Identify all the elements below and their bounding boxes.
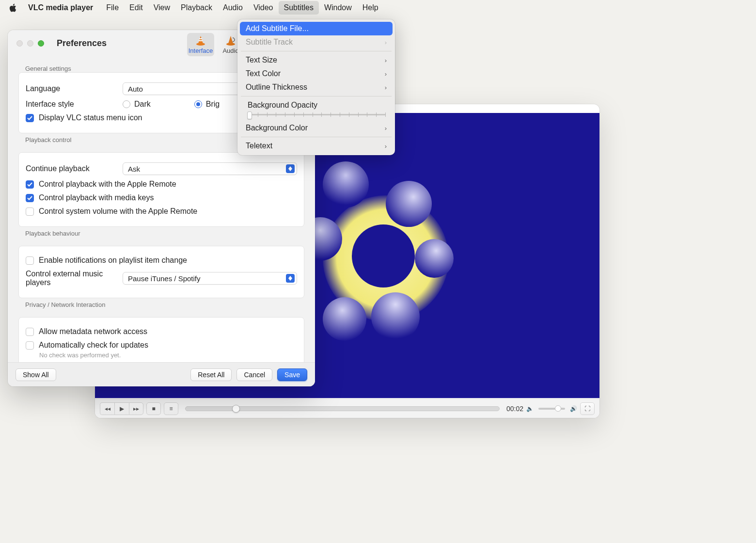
menu-text-color[interactable]: Text Color› [240, 67, 393, 80]
menu-edit[interactable]: Edit [124, 1, 148, 15]
audio-tab-icon [224, 35, 237, 46]
menu-separator [241, 96, 392, 96]
volume-high-icon: 🔊 [570, 405, 577, 412]
background-opacity-label: Background Opacity [246, 101, 387, 110]
menu-outline-thickness[interactable]: Outline Thickness› [240, 80, 393, 94]
menu-text-size[interactable]: Text Size› [240, 53, 393, 67]
menu-separator [241, 51, 392, 51]
chevron-right-icon: › [385, 57, 387, 64]
system-menubar: VLC media player File Edit View Playback… [0, 0, 756, 16]
checkbox-updates-label: Automatically check for updates [39, 341, 148, 350]
menu-subtitles[interactable]: Subtitles [279, 1, 319, 15]
checkbox-apple-remote-label: Control playback with the Apple Remote [39, 180, 176, 189]
section-playback-control: Continue playback Ask Control playback w… [18, 152, 304, 227]
update-hint: No check was performed yet. [39, 351, 297, 359]
menu-teletext[interactable]: Teletext› [240, 139, 393, 153]
external-players-value: Pause iTunes / Spotify [128, 274, 201, 283]
svg-point-3 [226, 43, 235, 46]
menu-subtitle-track[interactable]: Subtitle Track› [240, 35, 393, 49]
apple-logo-icon [9, 3, 17, 12]
playlist-button[interactable]: ≡ [164, 402, 178, 415]
prefs-title: Preferences [57, 38, 107, 48]
tab-label: Interface [188, 47, 213, 54]
volume-knob[interactable] [555, 405, 561, 412]
checkbox-status-icon[interactable] [26, 114, 34, 122]
reset-all-button[interactable]: Reset All [190, 368, 232, 381]
select-arrows-icon [286, 164, 295, 173]
continue-playback-value: Ask [128, 165, 140, 173]
cancel-button[interactable]: Cancel [236, 368, 272, 381]
previous-button[interactable]: ◂◂ [100, 402, 114, 415]
external-players-select[interactable]: Pause iTunes / Spotify [123, 272, 297, 285]
menu-separator [241, 137, 392, 137]
close-window-button[interactable] [16, 40, 23, 47]
checkbox-metadata-label: Allow metadata network access [39, 327, 147, 336]
seek-knob[interactable] [232, 405, 240, 413]
menu-add-subtitle-file[interactable]: Add Subtitle File... [240, 22, 393, 35]
next-button[interactable]: ▸▸ [129, 402, 143, 415]
chevron-right-icon: › [385, 84, 387, 91]
app-name[interactable]: VLC media player [24, 1, 97, 14]
checkbox-status-label: Display VLC status menu icon [39, 113, 142, 122]
menu-playback[interactable]: Playback [175, 1, 218, 15]
volume-slider[interactable] [538, 408, 565, 410]
tab-interface[interactable]: Interface [187, 33, 214, 56]
background-opacity-slider[interactable] [249, 112, 386, 116]
play-button[interactable]: ▶ [114, 402, 129, 415]
zoom-window-button[interactable] [38, 40, 44, 47]
checkbox-metadata[interactable] [26, 328, 34, 336]
checkbox-updates[interactable] [26, 341, 34, 350]
continue-playback-label: Continue playback [26, 164, 123, 173]
language-label: Language [26, 84, 123, 93]
section-header-privacy: Privacy / Network Interaction [25, 301, 308, 308]
section-playback-behaviour: Enable notifications on playlist item ch… [18, 246, 304, 298]
select-arrows-icon [286, 274, 295, 283]
seek-bar[interactable] [185, 406, 500, 411]
menu-file[interactable]: File [101, 1, 124, 15]
checkbox-media-keys-label: Control playback with media keys [39, 193, 154, 202]
menu-view[interactable]: View [148, 1, 175, 15]
continue-playback-select[interactable]: Ask [123, 162, 297, 175]
opacity-slider-knob[interactable] [247, 112, 252, 119]
checkbox-notifications-label: Enable notifications on playlist item ch… [39, 256, 187, 265]
fullscreen-button[interactable]: ⛶ [580, 402, 595, 415]
radio-dark[interactable] [123, 100, 130, 108]
player-toolbar: ◂◂ ▶ ▸▸ ■ ≡ 00:02 🔈 🔊 ⛶ [95, 399, 599, 418]
external-players-label: Control external music players [26, 270, 123, 287]
radio-dark-label: Dark [134, 100, 151, 109]
traffic-lights [16, 40, 44, 47]
chevron-right-icon: › [385, 70, 387, 78]
stop-button[interactable]: ■ [146, 402, 161, 415]
menu-video[interactable]: Video [248, 1, 279, 15]
svg-point-2 [196, 43, 205, 46]
interface-tab-icon [194, 35, 207, 46]
menu-window[interactable]: Window [319, 1, 357, 15]
chevron-right-icon: › [385, 125, 387, 132]
radio-bright[interactable] [194, 100, 202, 108]
language-value: Auto [128, 85, 143, 93]
volume-low-icon: 🔈 [526, 405, 534, 412]
svg-rect-0 [199, 38, 202, 39]
radio-bright-label: Brig [206, 100, 220, 109]
svg-rect-1 [199, 40, 203, 41]
menu-help[interactable]: Help [357, 1, 384, 15]
section-header-playback-behaviour: Playback behaviour [25, 230, 308, 237]
subtitles-menu: Add Subtitle File... Subtitle Track› Tex… [237, 19, 395, 155]
checkbox-media-keys[interactable] [26, 194, 34, 202]
menu-audio[interactable]: Audio [218, 1, 248, 15]
section-privacy: Allow metadata network access Automatica… [18, 317, 304, 362]
checkbox-apple-remote[interactable] [26, 180, 34, 189]
time-display: 00:02 [506, 405, 523, 413]
checkbox-system-volume[interactable] [26, 208, 34, 216]
chevron-right-icon: › [385, 143, 387, 150]
save-button[interactable]: Save [277, 368, 307, 381]
minimize-window-button[interactable] [27, 40, 33, 47]
menu-background-opacity-row: Background Opacity [240, 98, 393, 121]
chevron-right-icon: › [385, 39, 387, 46]
menu-background-color[interactable]: Background Color› [240, 121, 393, 135]
show-all-button[interactable]: Show All [16, 368, 56, 381]
checkbox-notifications[interactable] [26, 256, 34, 265]
prefs-footer: Show All Reset All Cancel Save [8, 362, 315, 386]
interface-style-label: Interface style [26, 100, 123, 109]
checkbox-system-volume-label: Control system volume with the Apple Rem… [39, 207, 197, 216]
